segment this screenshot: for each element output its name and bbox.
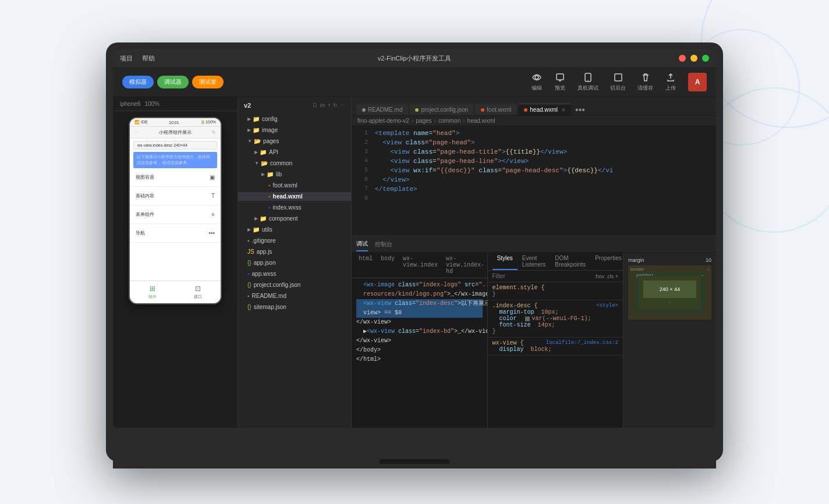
laptop-notch bbox=[380, 459, 449, 464]
code-editor[interactable]: 1 <template name="head"> 2 <view class="… bbox=[352, 126, 716, 236]
project-root: v2 bbox=[244, 102, 251, 109]
bc-body[interactable]: body bbox=[378, 255, 397, 275]
tab-foot-wxml[interactable]: foot.wxml bbox=[475, 104, 517, 115]
file-tree-actions: 🗋 🗁 + ↻ ⋯ bbox=[313, 102, 345, 108]
ft-action-refresh[interactable]: ↻ bbox=[333, 102, 338, 108]
tab-simulator[interactable]: 模拟器 bbox=[122, 76, 154, 88]
css-source[interactable]: <style> bbox=[596, 303, 618, 308]
css-source[interactable]: localfile:/_index.css:2 bbox=[546, 340, 618, 346]
nav-item-form[interactable]: 表单组件 ≡ bbox=[130, 205, 221, 224]
user-avatar[interactable]: A bbox=[688, 73, 707, 91]
tree-folder-pages[interactable]: ▼ 📂 pages bbox=[238, 136, 351, 147]
tab-components-label: 组件 bbox=[148, 294, 157, 300]
tree-folder-api[interactable]: ▶ 📁 API bbox=[238, 147, 351, 158]
tree-file-app-json[interactable]: {} app.json bbox=[238, 257, 351, 268]
nav-icon: ▣ bbox=[210, 174, 215, 180]
nav-item-base[interactable]: 基础内容 T bbox=[130, 187, 221, 205]
iphone-wrapper: 📶 IDE 10:01 🔋100% ··· 小程序组件展示 ↻ bbox=[113, 111, 238, 428]
tree-folder-config[interactable]: ▶ 📁 config bbox=[238, 113, 351, 125]
file-tree-header: v2 🗋 🗁 + ↻ ⋯ bbox=[238, 97, 351, 113]
action-preview2[interactable]: 预览 bbox=[554, 72, 566, 92]
tree-folder-common[interactable]: ▼ 📂 common bbox=[238, 158, 351, 169]
menu-help[interactable]: 帮助 bbox=[142, 54, 155, 63]
bc-common: common bbox=[438, 118, 460, 124]
ft-action-add[interactable]: + bbox=[328, 102, 331, 108]
bc-html[interactable]: html bbox=[356, 255, 375, 275]
close-button[interactable] bbox=[679, 55, 686, 62]
tree-folder-utils[interactable]: ▶ 📁 utils bbox=[238, 224, 351, 235]
tab-readme[interactable]: README.md bbox=[356, 104, 408, 115]
hover-btn[interactable]: :hov bbox=[594, 274, 604, 279]
action-upload[interactable]: 上传 bbox=[665, 72, 676, 92]
devtools-tabs: 调试 控制台 bbox=[352, 236, 716, 253]
svg-point-3 bbox=[587, 80, 589, 81]
tree-file-app-wxss[interactable]: ▪ app.wxss bbox=[238, 268, 351, 279]
laptop-shell: 项目 帮助 v2-FinClip小程序开发工具 模拟器 调试器 测试签 bbox=[106, 42, 723, 462]
code-line: resources/kind/logo.png">_</wx-image> bbox=[356, 290, 483, 299]
folder-name: pages bbox=[263, 138, 279, 144]
bc-root: fino-applet-demo-v2 bbox=[357, 118, 409, 124]
maximize-button[interactable] bbox=[702, 55, 709, 62]
action-preview[interactable]: 编辑 bbox=[531, 72, 543, 92]
toolbar-tabs: 模拟器 调试器 测试签 bbox=[122, 76, 224, 88]
action-preview-label: 编辑 bbox=[532, 84, 542, 92]
styles-tab-listeners[interactable]: Event Listeners bbox=[518, 253, 551, 270]
editor-breadcrumb: fino-applet-demo-v2 › pages › common › h… bbox=[352, 116, 716, 126]
margin-label: margin bbox=[628, 257, 644, 263]
css-rule-index-desc: <style> .index-desc { margin-top: 10px; … bbox=[488, 300, 623, 338]
iphone-statusbar: 📶 IDE 10:01 🔋100% bbox=[130, 118, 221, 127]
ft-action-folder[interactable]: 🗁 bbox=[320, 102, 325, 108]
tree-file-sitemap[interactable]: {} sitemap.json bbox=[238, 301, 351, 313]
action-background[interactable]: 切后台 bbox=[610, 72, 626, 92]
tree-file-index-wxss[interactable]: ▪ index.wxss bbox=[238, 202, 351, 213]
tree-folder-lib[interactable]: ▶ 📁 lib bbox=[238, 169, 351, 180]
tree-file-project-config[interactable]: {} project.config.json bbox=[238, 279, 351, 290]
bc-wxview-index[interactable]: wx-view.index bbox=[401, 255, 440, 275]
action-background-label: 切后台 bbox=[610, 84, 626, 92]
phone-icon bbox=[582, 72, 594, 83]
tree-file-app-js[interactable]: JS app.js bbox=[238, 246, 351, 257]
minimize-button[interactable] bbox=[690, 55, 697, 62]
tree-file-foot-wxml[interactable]: ▪ foot.wxml bbox=[238, 180, 351, 191]
devtools-tab-console[interactable]: 控制台 bbox=[375, 238, 392, 251]
action-clearcache-label: 清缓存 bbox=[637, 84, 653, 92]
box-outer-margin: border - padding - 240 × 44 - bbox=[628, 265, 711, 320]
tab-dot bbox=[415, 108, 419, 112]
ft-action-copy[interactable]: 🗋 bbox=[313, 102, 318, 108]
tab-close-icon[interactable]: ✕ bbox=[561, 107, 566, 113]
styles-tab-styles[interactable]: Styles bbox=[493, 253, 518, 270]
action-realdevice[interactable]: 真机调试 bbox=[578, 72, 598, 92]
tree-file-readme[interactable]: ▪ README.md bbox=[238, 290, 351, 301]
more-tabs-icon[interactable]: ••• bbox=[575, 105, 585, 115]
tree-file-gitignore[interactable]: ▪ .gitignore bbox=[238, 235, 351, 246]
file-name: head.wxml bbox=[273, 193, 303, 200]
tab-test[interactable]: 测试签 bbox=[192, 76, 224, 88]
nav-item-nav[interactable]: 导航 ••• bbox=[130, 224, 221, 243]
action-clearcache[interactable]: 清缓存 bbox=[637, 72, 653, 92]
tab-project-config[interactable]: project.config.json bbox=[409, 104, 474, 115]
styles-tab-dom[interactable]: DOM Breakpoints bbox=[550, 253, 590, 270]
code-line: 1 <template name="head"> bbox=[352, 129, 716, 138]
bc-wxview-index-hd[interactable]: wx-view.index-hd bbox=[444, 255, 487, 275]
file-icon: ▪ bbox=[247, 237, 250, 244]
tab-interface[interactable]: ⊡ 接口 bbox=[175, 285, 221, 300]
nav-item-view[interactable]: 视图容器 ▣ bbox=[130, 168, 221, 187]
add-rule-btn[interactable]: + bbox=[615, 274, 618, 279]
styles-filter-input[interactable] bbox=[493, 273, 551, 279]
devtools-tab-wxml[interactable]: 调试 bbox=[356, 237, 368, 251]
tab-debugger[interactable]: 调试器 bbox=[157, 76, 189, 88]
menu-project[interactable]: 项目 bbox=[120, 54, 133, 63]
tree-folder-component[interactable]: ▶ 📁 component bbox=[238, 213, 351, 224]
tab-components[interactable]: ⊞ 组件 bbox=[130, 285, 175, 300]
cls-btn[interactable]: .cls bbox=[606, 274, 614, 279]
folder-icon: 📁 bbox=[253, 116, 260, 122]
tab-head-wxml[interactable]: head.wxml ✕ bbox=[518, 104, 572, 115]
nav-label: 视图容器 bbox=[136, 174, 154, 180]
tab-label: foot.wxml bbox=[487, 107, 511, 113]
tree-folder-image[interactable]: ▶ 📁 image bbox=[238, 125, 351, 136]
ft-action-more[interactable]: ⋯ bbox=[340, 102, 345, 108]
styles-tab-props[interactable]: Properties bbox=[590, 253, 623, 270]
time-display: 10:01 bbox=[169, 120, 179, 125]
tree-file-head-wxml[interactable]: ▪ head.wxml bbox=[238, 191, 351, 202]
laptop-screen: 项目 帮助 v2-FinClip小程序开发工具 模拟器 调试器 测试签 bbox=[113, 49, 716, 428]
